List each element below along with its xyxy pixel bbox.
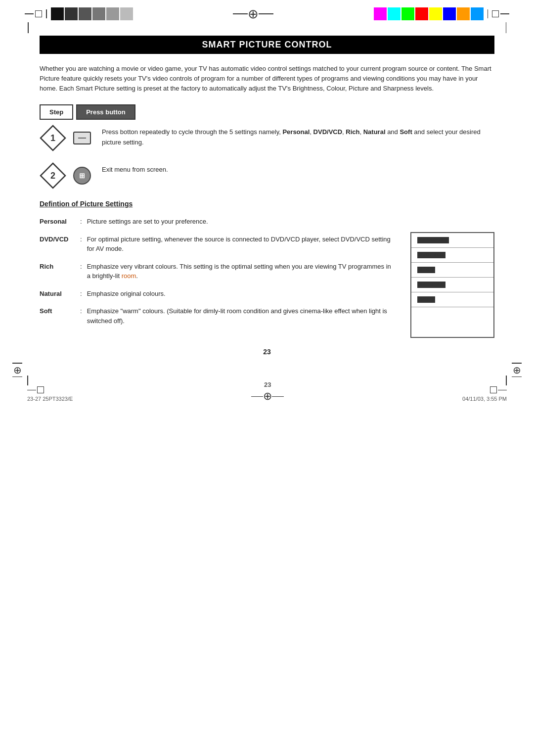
definitions-column: Defintion of Picture Settings Personal :… (40, 200, 396, 338)
page-number: 23 (0, 348, 534, 361)
def-item-dvd: DVD/VCD : For optimal picture setting, w… (40, 235, 396, 254)
footer-h-right (498, 390, 507, 391)
footer-corner-v-left (27, 376, 28, 385)
left-color-blocks (51, 7, 133, 20)
def-desc-natural: Emphasize original colours. (87, 289, 396, 299)
steps-header-row: Step Press button (40, 104, 494, 120)
def-term-rich: Rich (40, 262, 80, 281)
step-2-button-icon: ⊞ (71, 165, 93, 187)
step-1-button-icon (71, 127, 93, 149)
crosshair-top: ⊕ (248, 7, 259, 20)
step-2-text-content: Exit menu from screen. (102, 166, 168, 173)
reg-corner-tl (35, 10, 42, 17)
page-title: Smart Picture Control (49, 40, 485, 50)
def-term-soft: Soft (40, 306, 80, 326)
left-corner-v (28, 22, 29, 33)
step-1-soft: Soft (400, 128, 412, 136)
intro-paragraph: Whether you are watching a movie or vide… (40, 64, 494, 94)
footer-crosshair-group: ⊕ (251, 391, 284, 402)
tv-label-dvd: DVD/VCD (417, 252, 445, 258)
footer-page-num: 23 (264, 381, 271, 388)
step-1-comma3: , (360, 128, 363, 136)
def-desc-dvd: For optimal picture setting, whenever th… (87, 235, 396, 254)
tv-menu-item-natural: Natural (411, 278, 493, 292)
tv-panel-container: Personal DVD/VCD Rich Natural Soft (410, 200, 494, 338)
footer-h-left (27, 390, 36, 391)
color-block-c (388, 7, 400, 20)
definitions-title: Defintion of Picture Settings (40, 200, 396, 208)
left-header-group (25, 7, 133, 20)
margin-line-left (25, 13, 34, 14)
footer-corner-left (27, 386, 44, 393)
crosshair-right: ⊕ (513, 365, 521, 375)
corner-marks-row (25, 20, 509, 33)
tv-menu-item-dvd: DVD/VCD (411, 248, 493, 263)
tv-label-rich: Rich (417, 267, 435, 273)
reg-corner-tr (492, 10, 499, 17)
side-h-left2 (12, 377, 22, 378)
step-1-number: 1 (40, 125, 66, 151)
footer-ch-line-left (251, 396, 263, 397)
def-colon-4: : (80, 289, 82, 299)
step-2-number: 2 (40, 162, 66, 189)
def-term-natural: Natural (40, 289, 80, 299)
right-color-blocks (374, 7, 484, 20)
tv-menu-item-personal: Personal (411, 233, 493, 248)
color-block-2 (65, 7, 78, 20)
footer-reg-left (37, 386, 44, 393)
footer-ch-line-right (272, 396, 284, 397)
def-colon-2: : (80, 235, 82, 254)
color-block-g (401, 7, 414, 20)
color-block-r (415, 7, 428, 20)
step-2-row: 2 ⊞ Exit menu from screen. (40, 162, 494, 189)
footer-timestamp: 04/11/03, 3:55 PM (462, 396, 507, 402)
main-content: Smart Picture Control Whether you are wa… (0, 36, 534, 189)
def-desc-personal: Picture settings are set to your prefere… (87, 217, 396, 227)
side-h-right (512, 363, 522, 364)
step-1-natural: Natural (363, 128, 386, 136)
crosshair-left: ⊕ (13, 365, 22, 375)
svg-text:2: 2 (50, 171, 55, 181)
def-colon-1: : (80, 217, 82, 227)
color-block-5 (106, 7, 119, 20)
color-block-lb (471, 7, 484, 20)
color-block-6 (120, 7, 133, 20)
def-item-natural: Natural : Emphasize original colours. (40, 289, 396, 299)
def-item-personal: Personal : Picture settings are set to y… (40, 217, 396, 227)
right-corner-marks (492, 10, 509, 17)
right-corner-v (506, 22, 507, 33)
step-1-row: 1 Press botton repeatedly to cycle throu… (40, 125, 494, 151)
step-2-text: Exit menu from screen. (102, 162, 494, 175)
tv-panel-bottom-space (411, 307, 493, 337)
footer-reg-right (490, 386, 497, 393)
footer-corner-right (490, 386, 507, 393)
step-1-text: Press botton repeatedly to cycle through… (102, 125, 494, 148)
corner-v-left (28, 22, 29, 33)
def-term-dvd: DVD/VCD (40, 235, 80, 254)
color-block-3 (79, 7, 91, 20)
page-title-bar: Smart Picture Control (40, 36, 494, 54)
step-1-text-plain: Press botton repeatedly to cycle through… (102, 128, 282, 136)
tv-spacer (410, 200, 494, 217)
rect-button (73, 132, 91, 144)
right-header-group (374, 7, 510, 20)
footer: 23-27 25PT3323/E 23 ⊕ 04/11/03, 3:55 PM (0, 371, 534, 412)
def-item-rich: Rich : Emphasize very vibrant colours. T… (40, 262, 396, 281)
step-header-label: Step (40, 104, 73, 120)
def-item-soft: Soft : Emphasize "warm" colours. (Suitab… (40, 306, 396, 326)
footer-corner-v-right (506, 376, 507, 385)
svg-text:1: 1 (50, 133, 55, 143)
page: ⊕ (0, 0, 534, 756)
color-block-y (429, 7, 442, 20)
side-h-left (12, 363, 22, 364)
rich-highlight: room (122, 272, 136, 280)
tv-menu-item-rich: Rich (411, 263, 493, 278)
footer-center: 23 ⊕ (251, 381, 284, 402)
color-block-4 (92, 7, 105, 20)
margin-line-v-right (488, 9, 489, 18)
margin-line-v-left (46, 9, 47, 18)
bottom-section: Defintion of Picture Settings Personal :… (0, 200, 534, 338)
tv-label-personal: Personal (417, 237, 449, 243)
step-1-and: and (386, 128, 400, 136)
left-corner-marks (25, 10, 42, 17)
